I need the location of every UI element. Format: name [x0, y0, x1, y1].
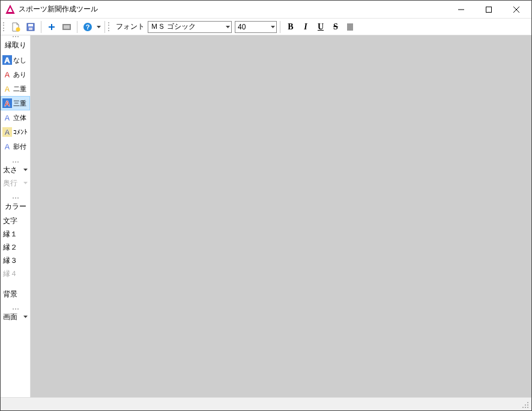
- svg-text:A: A: [4, 70, 10, 79]
- edge-label: 縁３: [3, 256, 17, 266]
- toolbar-grip[interactable]: [3, 22, 7, 32]
- font-selector[interactable]: ＭＳ ゴシック: [148, 21, 232, 33]
- toolbar-grip[interactable]: [108, 22, 112, 32]
- chevron-down-icon: [271, 26, 275, 28]
- style-label: なし: [13, 56, 26, 65]
- svg-rect-6: [64, 25, 70, 29]
- font-label: フォント: [113, 22, 147, 32]
- italic-button[interactable]: I: [298, 20, 313, 34]
- negative-button[interactable]: [59, 20, 74, 34]
- svg-point-1: [16, 27, 20, 31]
- edge-label: 縁２: [3, 242, 17, 253]
- close-icon: [513, 7, 519, 13]
- minimize-icon: [458, 7, 464, 13]
- resize-grip-icon[interactable]: [521, 400, 529, 409]
- maximize-button[interactable]: [475, 1, 503, 19]
- main-toolbar: ? フォント ＭＳ ゴシック 40 B I U S: [1, 19, 531, 35]
- edge-label: 縁１: [3, 229, 17, 239]
- outline-style-item[interactable]: A二重: [1, 82, 30, 96]
- separator: [41, 21, 41, 33]
- strikethrough-button[interactable]: S: [328, 20, 343, 34]
- chevron-down-icon: [97, 26, 101, 28]
- style-letter-icon: A: [2, 98, 12, 108]
- svg-text:A: A: [4, 85, 10, 94]
- style-letter-icon: A: [2, 142, 12, 151]
- outline-style-item[interactable]: A三重: [1, 96, 30, 110]
- background-option[interactable]: 背景: [1, 287, 30, 301]
- font-size-selector[interactable]: 40: [235, 21, 277, 33]
- outline-style-item[interactable]: Aあり: [1, 67, 30, 82]
- sidebar: 縁取り AなしAありA二重A三重A立体AｺﾒﾝﾄA影付 太さ 奥行 カラー 文字…: [1, 35, 31, 397]
- svg-point-24: [525, 404, 526, 406]
- outline-style-list: AなしAありA二重A三重A立体AｺﾒﾝﾄA影付: [1, 53, 30, 154]
- edge-color-option[interactable]: 縁３: [1, 254, 30, 267]
- chevron-down-icon: [23, 182, 28, 184]
- add-button[interactable]: [44, 20, 59, 34]
- depth-option: 奥行: [1, 176, 30, 190]
- new-file-button[interactable]: [8, 20, 23, 34]
- app-icon: [5, 5, 15, 14]
- style-letter-icon: A: [2, 70, 12, 79]
- statusbar: [1, 397, 531, 410]
- edge-color-list: 縁１縁２縁３縁４: [1, 227, 30, 280]
- outline-style-item[interactable]: Aｺﾒﾝﾄ: [1, 125, 30, 139]
- edge-label: 縁４: [3, 269, 17, 279]
- text-color-option[interactable]: 文字: [1, 214, 30, 227]
- style-letter-icon: A: [2, 113, 12, 122]
- edge-color-option[interactable]: 縁２: [1, 241, 30, 254]
- separator: [77, 21, 77, 33]
- style-letter-icon: A: [2, 55, 12, 65]
- help-button[interactable]: ?: [80, 20, 95, 34]
- vertical-text-icon: [346, 22, 355, 32]
- edge-color-option[interactable]: 縁１: [1, 227, 30, 241]
- titlebar: スポーツ新聞作成ツール: [1, 1, 531, 19]
- style-letter-icon: A: [2, 127, 12, 137]
- underline-button[interactable]: U: [313, 20, 328, 34]
- close-button[interactable]: [503, 1, 530, 19]
- chevron-down-icon: [23, 316, 28, 318]
- svg-text:?: ?: [86, 23, 90, 31]
- font-size-value: 40: [238, 23, 246, 31]
- outline-header: 縁取り: [1, 38, 30, 53]
- svg-text:A: A: [4, 56, 10, 65]
- negative-icon: [62, 22, 71, 32]
- svg-point-23: [527, 402, 528, 403]
- style-label: ｺﾒﾝﾄ: [13, 128, 28, 136]
- thickness-option[interactable]: 太さ: [1, 163, 30, 176]
- outline-style-item[interactable]: A立体: [1, 110, 30, 125]
- style-letter-icon: A: [2, 84, 12, 94]
- outline-style-item[interactable]: Aなし: [1, 53, 30, 67]
- save-button[interactable]: [23, 20, 38, 34]
- minimize-button[interactable]: [447, 1, 475, 19]
- screen-option[interactable]: 画面: [1, 310, 30, 323]
- svg-rect-0: [486, 7, 492, 12]
- plus-icon: [47, 23, 56, 31]
- svg-text:A: A: [4, 142, 10, 151]
- window-title: スポーツ新聞作成ツール: [19, 4, 447, 14]
- svg-point-27: [525, 407, 526, 408]
- help-icon: ?: [83, 22, 92, 32]
- maximize-icon: [486, 7, 492, 13]
- color-header: カラー: [1, 199, 30, 214]
- new-file-icon: [11, 22, 20, 32]
- canvas-area[interactable]: [31, 35, 531, 397]
- app-window: スポーツ新聞作成ツール: [0, 0, 532, 411]
- font-value: ＭＳ ゴシック: [151, 22, 196, 32]
- svg-rect-3: [28, 24, 33, 26]
- body-area: 縁取り AなしAありA二重A三重A立体AｺﾒﾝﾄA影付 太さ 奥行 カラー 文字…: [1, 35, 531, 397]
- separator: [280, 21, 280, 33]
- edge-color-option: 縁４: [1, 267, 30, 280]
- style-label: 影付: [13, 142, 26, 151]
- vertical-text-button[interactable]: [343, 20, 358, 34]
- bold-button[interactable]: B: [283, 20, 298, 34]
- help-dropdown[interactable]: [95, 26, 101, 28]
- window-controls: [447, 1, 530, 19]
- svg-text:A: A: [4, 99, 10, 108]
- style-label: 三重: [13, 99, 26, 108]
- svg-rect-4: [29, 28, 32, 30]
- style-label: 立体: [13, 113, 26, 122]
- style-label: 二重: [13, 85, 26, 94]
- style-label: あり: [13, 70, 26, 79]
- outline-style-item[interactable]: A影付: [1, 139, 30, 154]
- svg-text:A: A: [4, 113, 10, 122]
